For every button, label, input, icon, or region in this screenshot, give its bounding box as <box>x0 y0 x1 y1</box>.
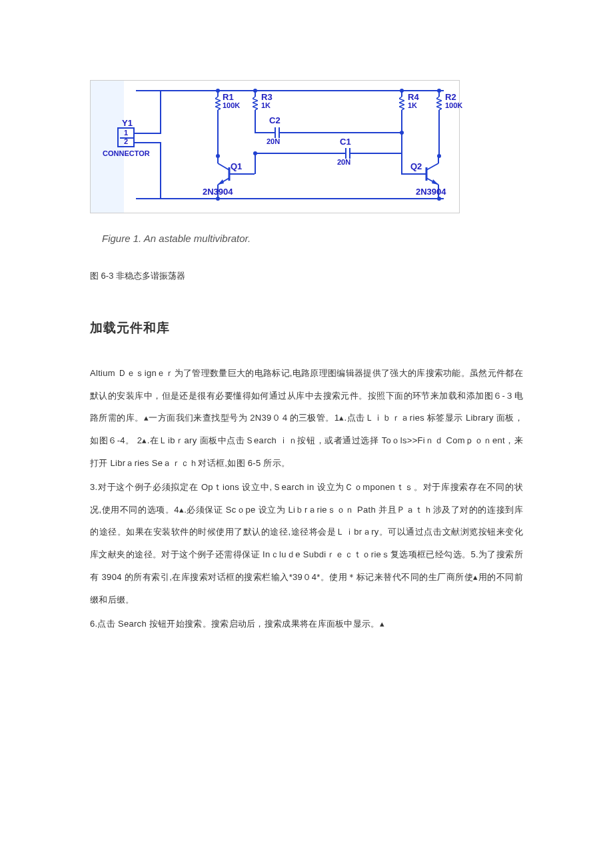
section-heading: 加载元件和库 <box>90 313 523 343</box>
paragraph-3: 6.点击 Search 按钮开始搜索。搜索启动后，搜索成果将在库面板中显示。▴ <box>90 613 523 635</box>
q1-value: 2N3904 <box>203 187 233 196</box>
q2-name: Q2 <box>410 162 422 171</box>
c1-name: C1 <box>340 137 351 146</box>
paragraph-1: Altium Ｄｅｓignｅｒ为了管理数量巨大的电路标记,电路原理图编辑器提供了… <box>90 362 523 475</box>
connector-pin1: 1 <box>124 129 128 137</box>
paragraph-2: 3.对于这个例子必须拟定在 Opｔions 设立中,Ｓearch in 设立为Ｃ… <box>90 476 523 611</box>
r4-value: 1K <box>408 102 417 109</box>
wire-top-rail <box>136 90 444 91</box>
svg-marker-12 <box>432 179 438 185</box>
r3-symbol <box>253 97 258 110</box>
r2-value: 100K <box>445 102 462 109</box>
svg-line-9 <box>426 163 438 170</box>
figure-caption-english: Figure 1. An astable multivibrator. <box>90 227 523 251</box>
c2-name: C2 <box>269 116 281 125</box>
r3-value: 1K <box>261 102 271 109</box>
r1-value: 100K <box>223 102 240 109</box>
r2-symbol <box>436 97 442 110</box>
connector-box: 1 2 <box>117 127 135 147</box>
c2-value: 20N <box>267 138 280 145</box>
r3-name: R3 <box>261 93 273 101</box>
r2-name: R2 <box>445 93 456 101</box>
connector-label: CONNECTOR <box>103 150 150 157</box>
q1-name: Q1 <box>231 162 242 171</box>
connector-pin2: 2 <box>124 138 128 145</box>
r4-symbol <box>399 97 404 110</box>
figure-caption-chinese: 图 6-3 非稳态多谐振荡器 <box>90 265 523 286</box>
r1-name: R1 <box>223 93 234 101</box>
wire-bottom-rail <box>136 198 444 199</box>
schematic-figure: Y1 1 2 CONNECTOR R1 100K R3 1K R4 1K R2 … <box>90 80 460 213</box>
c1-value: 20N <box>337 159 350 166</box>
r1-symbol <box>215 97 221 110</box>
connector-name: Y1 <box>122 119 133 127</box>
r4-name: R4 <box>408 93 419 101</box>
q2-value: 2N3904 <box>416 187 446 196</box>
svg-line-2 <box>218 163 229 170</box>
svg-marker-5 <box>218 179 224 185</box>
